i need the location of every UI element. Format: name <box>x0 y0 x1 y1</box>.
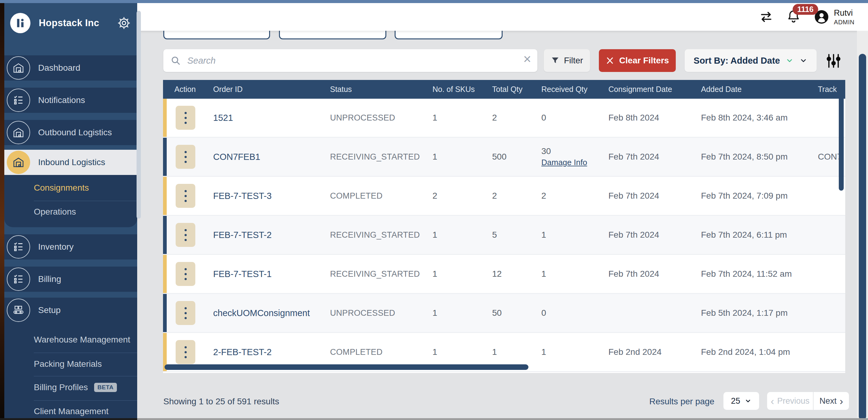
filter-button[interactable]: Filter <box>544 49 590 72</box>
clear-filters-button[interactable]: Clear Filters <box>599 49 676 72</box>
table-vertical-scrollbar[interactable] <box>839 83 844 191</box>
sidebar-item-inbound-logistics[interactable]: Inbound Logistics <box>4 150 137 175</box>
notification-count-badge[interactable]: 1116 <box>793 4 818 15</box>
row-received-qty: 0 <box>541 113 609 123</box>
sliders-icon[interactable] <box>826 53 841 69</box>
sidebar-item-label: Billing <box>38 274 61 284</box>
kebab-icon[interactable] <box>176 184 195 208</box>
row-order-id-link[interactable]: FEB-7-TEST-3 <box>213 191 330 201</box>
row-added-date: Feb 7th 2024, 8:50 pm <box>701 152 818 162</box>
sort-by-dropdown[interactable]: Sort By: Added Date <box>685 49 817 72</box>
sidebar-item-outbound-logistics[interactable]: Outbound Logistics <box>4 120 137 145</box>
row-order-id-link[interactable]: FEB-7-TEST-1 <box>213 269 330 279</box>
row-skus: 1 <box>432 269 492 279</box>
row-received-qty: 1 <box>541 347 609 357</box>
window-top-strip <box>0 0 868 3</box>
submenu-item-packing-materials[interactable]: Packing Materials <box>34 359 102 369</box>
kebab-icon[interactable] <box>176 223 195 247</box>
submenu-label: Client Management <box>34 407 108 416</box>
submenu-divider <box>34 353 137 353</box>
row-total-qty: 50 <box>492 308 541 318</box>
submenu-item-warehouse-management[interactable]: Warehouse Management <box>34 335 130 345</box>
page-scrollbar-thumb[interactable] <box>859 54 866 420</box>
checklist-icon <box>7 267 30 291</box>
table-horizontal-scrollbar[interactable] <box>164 364 528 370</box>
row-action-cell <box>163 262 213 286</box>
sidebar-item-billing[interactable]: Billing <box>4 266 137 292</box>
window-left-edge <box>0 3 4 420</box>
damage-info-link[interactable]: Damage Info <box>541 158 587 167</box>
row-total-qty: 2 <box>492 113 541 123</box>
search-input[interactable]: Search × <box>163 49 537 72</box>
submenu-item-operations[interactable]: Operations <box>34 207 76 217</box>
sidebar-item-inventory[interactable]: Inventory <box>4 234 137 259</box>
hopstack-logo <box>10 13 30 33</box>
submenu-item-billing-profiles[interactable]: Billing Profiles BETA <box>34 383 117 392</box>
sidebar-item-label: Outbound Logistics <box>38 128 112 137</box>
chevron-left-icon: ‹ <box>771 396 774 406</box>
filter-chip-2[interactable] <box>279 31 386 39</box>
filter-chip-1[interactable] <box>163 31 270 39</box>
page-size-select[interactable]: 25 <box>723 392 759 410</box>
sidebar-scrollbar[interactable] <box>136 11 141 219</box>
row-consignment-date: Feb 2nd 2024 <box>609 347 701 357</box>
column-header-order-id: Order ID <box>213 85 330 94</box>
row-consignment-date: Feb 7th 2024 <box>609 152 701 162</box>
filter-button-label: Filter <box>564 56 583 65</box>
received-qty-value: 0 <box>541 308 546 318</box>
row-received-qty: 1 <box>541 269 609 279</box>
filter-chip-3[interactable] <box>395 31 503 39</box>
kebab-icon[interactable] <box>176 262 195 286</box>
row-skus: 1 <box>432 347 492 357</box>
user-menu[interactable]: Rutvi ADMIN <box>814 8 855 26</box>
next-page-button[interactable]: Next › <box>813 392 849 410</box>
window-bottom-edge-left <box>0 418 137 420</box>
clear-search-icon[interactable]: × <box>523 52 531 66</box>
notifications-bell[interactable]: 1116 <box>786 9 801 25</box>
row-order-id-link[interactable]: CON7FEB1 <box>213 152 330 162</box>
row-added-date: Feb 7th 2024, 11:52 am <box>701 269 818 279</box>
conveyor-icon <box>7 298 30 322</box>
row-added-date: Feb 2nd 2024, 1:04 pm <box>701 347 818 357</box>
row-consignment-date: Feb 7th 2024 <box>609 269 701 279</box>
row-consignment-date: Feb 7th 2024 <box>609 191 701 201</box>
row-added-date: Feb 7th 2024, 7:09 pm <box>701 191 818 201</box>
row-order-id-link[interactable]: 1521 <box>213 113 330 123</box>
kebab-icon[interactable] <box>176 145 195 169</box>
submenu-label: Warehouse Management <box>34 335 130 345</box>
row-action-cell <box>163 301 213 325</box>
warehouse-icon <box>7 121 30 144</box>
kebab-icon[interactable] <box>176 340 195 364</box>
row-order-id-link[interactable]: 2-FEB-TEST-2 <box>213 347 330 357</box>
row-skus: 2 <box>432 191 492 201</box>
row-action-cell <box>163 145 213 169</box>
gear-icon[interactable] <box>117 16 131 30</box>
row-order-id-link[interactable]: FEB-7-TEST-2 <box>213 230 330 240</box>
table-row: checkUOMConsignment UNPROCESSED 1 50 0 F… <box>163 294 845 333</box>
previous-page-button[interactable]: ‹ Previous <box>767 392 813 410</box>
row-action-cell <box>163 106 213 130</box>
received-qty-value: 1 <box>541 230 546 240</box>
row-received-qty: 1 <box>541 230 609 240</box>
column-header-action: Action <box>163 85 213 94</box>
table-row: CON7FEB1 RECEIVING_STARTED 1 500 30 Dama… <box>163 138 845 177</box>
row-consignment-date: Feb 7th 2024 <box>609 230 701 240</box>
submenu-item-client-management[interactable]: Client Management <box>34 407 108 416</box>
received-qty-value: 1 <box>541 269 546 279</box>
page-size-value: 25 <box>731 396 740 406</box>
hopstack-logo-mark <box>15 18 26 29</box>
sidebar-item-notifications[interactable]: Notifications <box>4 88 137 113</box>
submenu-item-consignments[interactable]: Consignments <box>34 183 89 193</box>
kebab-icon[interactable] <box>176 106 195 130</box>
clear-filters-label: Clear Filters <box>619 56 669 65</box>
row-status: UNPROCESSED <box>330 113 432 123</box>
sidebar-item-setup[interactable]: Setup <box>4 298 137 323</box>
sidebar-item-dashboard[interactable]: Dashboard <box>4 55 137 80</box>
swap-arrows-icon[interactable] <box>759 9 774 24</box>
results-per-page-label: Results per page <box>649 397 714 407</box>
search-placeholder: Search <box>187 56 216 66</box>
sidebar: Hopstack Inc Dashboard Notifications <box>4 3 137 420</box>
row-order-id-link[interactable]: checkUOMConsignment <box>213 308 330 318</box>
warehouse-icon <box>7 151 30 174</box>
kebab-icon[interactable] <box>176 301 195 325</box>
